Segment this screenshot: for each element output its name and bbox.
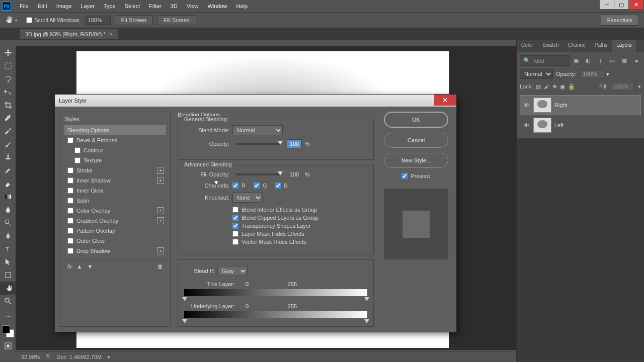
workspace-essentials-button[interactable]: Essentials	[601, 15, 639, 26]
style-checkbox[interactable]	[67, 188, 73, 194]
style-row-color-overlay[interactable]: Color Overlay+	[64, 206, 166, 216]
opacity-field[interactable]: 100%	[579, 69, 603, 78]
opacity-dropdown-icon[interactable]: ▾	[606, 71, 609, 77]
add-effect-icon[interactable]: +	[157, 247, 164, 254]
quick-mask-icon[interactable]	[0, 339, 16, 352]
fill-screen-button[interactable]: Fill Screen	[157, 15, 196, 25]
menu-select[interactable]: Select	[120, 1, 145, 11]
menu-window[interactable]: Window	[203, 1, 231, 11]
layer-right[interactable]: 👁 Right	[520, 95, 641, 115]
hand-tool-icon[interactable]	[3, 14, 15, 26]
gradient-thumb-left[interactable]	[182, 319, 187, 323]
menu-layer[interactable]: Layer	[76, 1, 99, 11]
lock-transparency-icon[interactable]: ▨	[536, 83, 541, 90]
style-checkbox[interactable]	[67, 248, 73, 254]
vector-mask-hides-checkbox[interactable]	[232, 239, 238, 245]
maximize-button[interactable]: ▢	[614, 0, 628, 9]
knockout-select[interactable]: None	[232, 193, 263, 203]
menu-edit[interactable]: Edit	[33, 1, 52, 11]
pen-tool[interactable]	[0, 229, 16, 242]
style-row-satin[interactable]: Satin	[64, 196, 166, 206]
lock-pixels-icon[interactable]: 🖌	[544, 83, 549, 89]
add-effect-icon[interactable]: +	[157, 177, 164, 184]
menu-help[interactable]: Help	[232, 1, 253, 11]
layer-filter-kind[interactable]: 🔍 Kind	[520, 55, 570, 66]
tab-channels[interactable]: Channe	[564, 40, 590, 52]
menu-3d[interactable]: 3D	[166, 1, 182, 11]
filter-type-icon[interactable]: T	[596, 56, 605, 65]
trash-icon[interactable]: 🗑	[157, 263, 163, 269]
style-checkbox[interactable]	[74, 147, 80, 153]
brush-tool[interactable]	[0, 138, 16, 151]
fit-screen-button[interactable]: Fit Screen	[115, 15, 153, 25]
filter-shape-icon[interactable]: ▭	[608, 56, 617, 65]
style-checkbox[interactable]	[67, 167, 73, 173]
fill-opacity-slider[interactable]	[235, 173, 281, 175]
add-effect-icon[interactable]: +	[157, 167, 164, 174]
zoom-input[interactable]	[86, 16, 111, 25]
style-checkbox[interactable]	[67, 238, 73, 244]
status-chevron-icon[interactable]: ▸	[108, 353, 111, 360]
style-checkbox[interactable]	[67, 177, 73, 184]
style-row-texture[interactable]: Texture	[64, 155, 166, 165]
this-layer-gradient[interactable]	[184, 289, 367, 296]
gradient-thumb-right[interactable]	[364, 319, 369, 323]
style-row-inner-shadow[interactable]: Inner Shadow+	[64, 175, 166, 186]
style-checkbox[interactable]	[67, 218, 73, 224]
fill-dropdown-icon[interactable]: ▾	[638, 83, 641, 90]
style-checkbox[interactable]	[67, 198, 73, 204]
foreground-color[interactable]	[2, 325, 10, 333]
style-checkbox[interactable]	[67, 137, 73, 143]
menu-type[interactable]: Type	[99, 1, 120, 11]
style-checkbox[interactable]	[67, 208, 73, 214]
menu-view[interactable]: View	[182, 1, 203, 11]
new-style-button[interactable]: New Style...	[384, 153, 448, 168]
visibility-icon[interactable]: 👁	[522, 101, 530, 109]
minimize-button[interactable]: ─	[600, 0, 614, 9]
blend-mode-select[interactable]: Normal	[520, 69, 553, 79]
move-down-icon[interactable]: ▼	[87, 263, 93, 269]
style-row-stroke[interactable]: Stroke+	[64, 165, 166, 175]
eyedropper-tool[interactable]	[0, 112, 16, 125]
scroll-all-windows-checkbox[interactable]: Scroll All Windows	[26, 17, 79, 23]
move-tool[interactable]	[0, 46, 16, 59]
shape-tool[interactable]	[0, 268, 16, 282]
path-selection-tool[interactable]	[0, 255, 16, 268]
lock-position-icon[interactable]: ✥	[552, 83, 557, 90]
filter-pixel-icon[interactable]: ▣	[572, 56, 581, 65]
edit-toolbar-icon[interactable]: ⋯	[0, 310, 16, 323]
crop-tool[interactable]	[0, 99, 16, 112]
style-row-contour[interactable]: Contour	[64, 145, 166, 155]
style-row-inner-glow[interactable]: Inner Glow	[64, 186, 166, 196]
filter-toggle-icon[interactable]: ●	[632, 56, 641, 65]
style-row-drop-shadow[interactable]: Drop Shadow+	[64, 246, 166, 256]
blur-tool[interactable]	[0, 203, 16, 216]
dodge-tool[interactable]	[0, 216, 16, 229]
layer-mask-hides-checkbox[interactable]	[232, 231, 238, 237]
style-checkbox[interactable]	[67, 228, 73, 234]
tool-preset-dropdown[interactable]: ▾	[15, 18, 21, 23]
tab-paths[interactable]: Paths	[590, 40, 612, 52]
filter-adjustment-icon[interactable]: ◐	[584, 56, 593, 65]
preview-checkbox[interactable]	[401, 173, 408, 179]
color-swatches[interactable]	[2, 325, 14, 337]
visibility-icon[interactable]: 👁	[522, 121, 530, 129]
clone-stamp-tool[interactable]	[0, 151, 16, 164]
type-tool[interactable]: T	[0, 242, 16, 255]
gradient-tool[interactable]	[0, 190, 16, 203]
marquee-tool[interactable]	[0, 59, 16, 72]
style-row-outer-glow[interactable]: Outer Glow	[64, 236, 166, 246]
gradient-thumb-left[interactable]	[182, 297, 187, 301]
channel-r-checkbox[interactable]	[232, 183, 238, 189]
style-row-blending-options[interactable]: Blending Options	[64, 125, 166, 135]
eraser-tool[interactable]	[0, 177, 16, 190]
add-effect-icon[interactable]: +	[157, 217, 164, 224]
magic-wand-tool[interactable]	[0, 85, 16, 99]
blend-interior-checkbox[interactable]	[232, 207, 238, 213]
lasso-tool[interactable]	[0, 72, 16, 85]
opacity-slider[interactable]	[235, 143, 281, 145]
zoom-tool[interactable]	[0, 295, 16, 308]
fill-field[interactable]: 100%	[611, 82, 635, 91]
blend-clipped-checkbox[interactable]	[232, 215, 238, 221]
blend-mode-select[interactable]: Normal	[232, 125, 283, 135]
